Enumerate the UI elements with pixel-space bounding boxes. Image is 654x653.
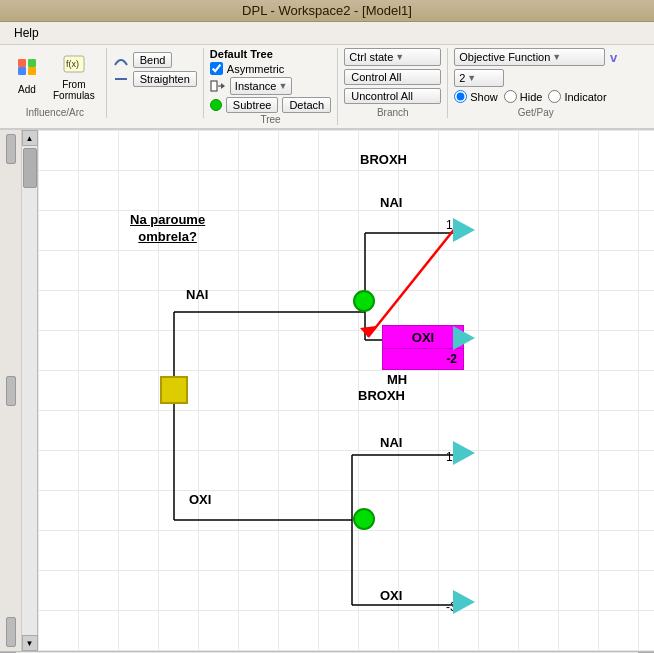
cyan-triangle-mid — [453, 326, 475, 350]
value-arrow: ▼ — [467, 73, 476, 83]
cyan-triangle-lower-oxi — [453, 590, 475, 614]
show-radio[interactable] — [454, 90, 467, 103]
svg-marker-9 — [221, 83, 225, 89]
indicator-label: Indicator — [564, 91, 606, 103]
default-tree-label: Default Tree — [210, 48, 273, 60]
cyan-triangle-top — [453, 218, 475, 242]
oxi-text-lower-right: OXI — [380, 588, 402, 603]
get-pay-label: Get/Pay — [518, 106, 554, 118]
scroll-thumb[interactable] — [23, 148, 37, 188]
scroll-track — [22, 146, 37, 635]
green-circle-top[interactable] — [353, 290, 375, 312]
show-radio-group: Show — [454, 90, 498, 103]
mh-text: MH — [387, 372, 407, 387]
indicator-radio[interactable] — [548, 90, 561, 103]
menu-bar: Help — [0, 22, 654, 45]
magenta-box-oxi[interactable]: OXI — [382, 325, 464, 349]
title-text: DPL - Workspace2 - [Model1] — [242, 3, 412, 18]
hide-label: Hide — [520, 91, 543, 103]
svg-rect-1 — [28, 67, 36, 75]
yellow-square[interactable] — [160, 376, 188, 404]
canvas-wrapper: ▲ ▼ — [0, 130, 654, 651]
show-label: Show — [470, 91, 498, 103]
cyan-triangle-lower-nai — [453, 441, 475, 465]
hide-radio[interactable] — [504, 90, 517, 103]
left-sidebar — [0, 130, 22, 651]
svg-rect-7 — [211, 81, 217, 91]
oxi-text-left-lower: OXI — [189, 492, 211, 507]
tree-label: Tree — [260, 113, 280, 125]
vertical-scrollbar[interactable]: ▲ ▼ — [22, 130, 38, 651]
from-formulas-label: FromFormulas — [53, 79, 95, 101]
ctrl-state-dropdown[interactable]: Ctrl state ▼ — [344, 48, 441, 66]
toolbar-group-getpay: Objective Function ▼ v 2 ▼ Show Hide — [448, 48, 623, 118]
instance-row: Instance ▼ — [210, 77, 331, 95]
toolbar-group-bend: Bend Straighten . — [107, 48, 204, 118]
num-1-lower: 1 — [446, 450, 453, 464]
from-formulas-icon: f(x) — [62, 52, 86, 79]
influence-arc-label: Influence/Arc — [26, 106, 84, 118]
green-circle-lower[interactable] — [353, 508, 375, 530]
bend-button[interactable]: Bend — [133, 52, 173, 68]
instance-arrow: ▼ — [278, 81, 287, 91]
v-label: v — [610, 50, 617, 65]
value-dropdown[interactable]: 2 ▼ — [454, 69, 504, 87]
asymmetric-label: Asymmetric — [227, 63, 284, 75]
toolbar-add-row: Add f(x) FromFormulas — [10, 48, 100, 104]
broxh-text-mid: BROXH — [358, 388, 405, 403]
straighten-icon — [113, 72, 129, 86]
instance-icon — [210, 80, 226, 92]
from-formulas-button[interactable]: f(x) FromFormulas — [48, 49, 100, 104]
magenta-box-num[interactable]: -2 — [382, 348, 464, 370]
straighten-row: Straighten — [113, 71, 197, 87]
scroll-up-arrow[interactable]: ▲ — [22, 130, 38, 146]
broxh-text-top: BROXH — [360, 152, 407, 167]
add-icon — [15, 57, 39, 84]
sidebar-handle-mid[interactable] — [6, 376, 16, 406]
toolbar-group-tree: Default Tree Asymmetric Instance ▼ Subtr… — [204, 48, 338, 125]
obj-func-arrow: ▼ — [552, 52, 561, 62]
nai-text-lower: NAI — [380, 435, 402, 450]
straighten-button[interactable]: Straighten — [133, 71, 197, 87]
menu-help[interactable]: Help — [8, 24, 45, 42]
sidebar-handle-top[interactable] — [6, 134, 16, 164]
indicator-radio-group: Indicator — [548, 90, 606, 103]
show-hide-row: Show Hide Indicator — [454, 90, 617, 103]
svg-rect-3 — [28, 59, 36, 67]
asymmetric-checkbox[interactable] — [210, 62, 223, 75]
scroll-down-arrow[interactable]: ▼ — [22, 635, 38, 651]
question-text: Na paroumeombrela? — [130, 212, 205, 246]
subtree-button[interactable]: Subtree — [226, 97, 279, 113]
uncontrol-all-button[interactable]: Uncontrol All — [344, 88, 441, 104]
add-button[interactable]: Add — [10, 54, 44, 98]
nai-text-left: NAI — [186, 287, 208, 302]
grid-background — [38, 130, 654, 651]
hide-radio-group: Hide — [504, 90, 543, 103]
subtree-detach-row: Subtree Detach — [210, 97, 331, 113]
default-tree-row: Default Tree — [210, 48, 331, 60]
toolbar-group-branch: Ctrl state ▼ Control All Uncontrol All B… — [338, 48, 448, 118]
svg-rect-2 — [18, 59, 26, 67]
objective-function-dropdown[interactable]: Objective Function ▼ — [454, 48, 605, 66]
sidebar-handle-bot[interactable] — [6, 617, 16, 647]
branch-label: Branch — [377, 106, 409, 118]
asymmetric-row: Asymmetric — [210, 62, 331, 75]
toolbar-group-add: Add f(x) FromFormulas Influence/Arc — [4, 48, 107, 118]
svg-rect-0 — [18, 67, 26, 75]
subtree-dot — [210, 99, 222, 111]
title-bar: DPL - Workspace2 - [Model1] — [0, 0, 654, 22]
svg-text:f(x): f(x) — [66, 59, 79, 69]
nai-text-top: NAI — [380, 195, 402, 210]
bend-row: Bend — [113, 52, 197, 68]
num-1-top: 1 — [446, 218, 453, 232]
add-label: Add — [18, 84, 36, 95]
ctrl-state-arrow: ▼ — [395, 52, 404, 62]
detach-button[interactable]: Detach — [282, 97, 331, 113]
instance-dropdown[interactable]: Instance ▼ — [230, 77, 293, 95]
main-canvas[interactable]: BROXH NAI 1 Na paroumeombrela? NAI OXI -… — [38, 130, 654, 651]
toolbar: Add f(x) FromFormulas Influence/Arc Bend… — [0, 45, 654, 130]
control-all-button[interactable]: Control All — [344, 69, 441, 85]
bend-icon — [113, 53, 129, 67]
